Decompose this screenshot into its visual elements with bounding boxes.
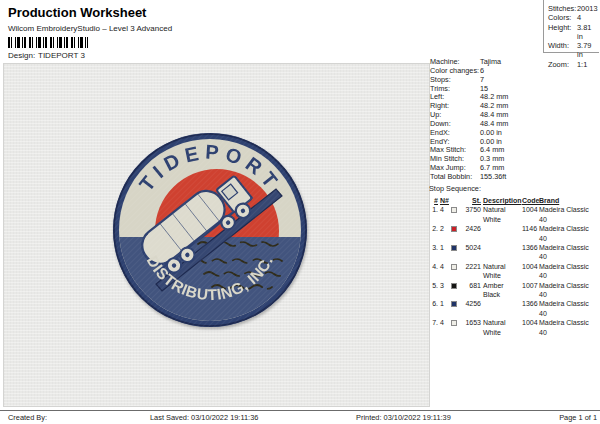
width-value: 3.79 in [577,41,599,60]
table-row: 5. 3 681 Amber Black 1007 Madeira Classi… [429,281,598,300]
stop-sequence-header: # N# St. Description Code Brand [429,196,598,205]
row-num: 6. [429,299,438,318]
row-brand: Madeira Classic 40 [539,281,598,300]
footer-divider [0,410,600,411]
height-value: 3.81 in [577,23,599,42]
stitch-texture [113,133,307,327]
row-num: 4. [429,262,438,281]
row-st: 2426 [463,224,481,243]
row-num: 2. [429,224,438,243]
machine-value: Tajima [480,58,598,67]
stitches-label: Stitches: [548,4,577,13]
row-brand: Madeira Classic 40 [539,299,598,318]
height-label: Height: [548,23,577,42]
row-brand: Madeira Classic 40 [539,318,598,337]
thread-color-swatch [451,207,457,213]
row-code: 1366 [522,299,537,318]
row-code: 1007 [522,281,537,300]
app-subtitle: Wilcom EmbroideryStudio – Level 3 Advanc… [8,24,428,33]
color-changes-value: 6 [480,67,598,76]
table-row: 6. 1 4256 1366 Madeira Classic 40 [429,299,598,318]
barcode-image [8,37,88,48]
row-num: 1. [429,205,438,224]
col-brand: Brand [539,196,598,205]
row-st: 5024 [463,243,481,262]
machine-details-panel: Machine:Tajima Color changes:6 Stops:7 T… [430,58,598,182]
row-needle: 3 [440,281,449,300]
row-description: Natural White [483,205,520,224]
thread-color-swatch [451,264,457,270]
stitch-summary-panel: Stitches:20013 Colors:4 Height:3.81 in W… [543,0,599,53]
design-canvas: TIDEPORT DISTRIBUTING, INC. [3,63,430,407]
row-num: 7. [429,318,438,337]
row-code: 1146 [522,224,537,243]
row-needle: 4 [440,205,449,224]
worksheet-header: Production Worksheet Wilcom EmbroiderySt… [8,5,428,72]
row-description: Natural White [483,262,520,281]
stitches-value: 20013 [577,4,599,13]
row-st: 2221 [463,262,481,281]
colors-value: 4 [577,13,599,22]
col-num: # [429,196,438,205]
row-description [483,243,520,262]
row-brand: Madeira Classic 40 [539,224,598,243]
stops-value: 7 [480,76,598,85]
table-row: 7. 4 1653 Natural White 1004 Madeira Cla… [429,318,598,337]
row-code: 1366 [522,243,537,262]
row-needle: 4 [440,318,449,337]
width-label: Width: [548,41,577,60]
row-code: 1004 [522,205,537,224]
row-needle: 1 [440,299,449,318]
thread-color-swatch [451,245,457,251]
table-row: 2. 2 2426 1146 Madeira Classic 40 [429,224,598,243]
stop-sequence-title: Stop Sequence: [429,184,598,193]
design-value: TIDEPORT 3 [38,51,428,60]
row-description: Amber Black [483,281,520,300]
col-n: N# [440,196,449,205]
row-code: 1004 [522,262,537,281]
row-brand: Madeira Classic 40 [539,262,598,281]
row-st: 3750 [463,205,481,224]
created-by-label: Created By: [8,413,47,422]
row-needle: 4 [440,262,449,281]
col-st: St. [463,196,481,205]
design-name-row: Design: TIDEPORT 3 [8,51,428,60]
row-brand: Madeira Classic 40 [539,205,598,224]
col-description: Description [483,196,520,205]
stop-sequence-section: Stop Sequence: # N# St. Description Code… [429,184,598,337]
thread-color-swatch [451,283,457,289]
colors-label: Colors: [548,13,577,22]
row-code: 1004 [522,318,537,337]
embroidery-design: TIDEPORT DISTRIBUTING, INC. [110,130,310,330]
table-row: 1. 4 3750 Natural White 1004 Madeira Cla… [429,205,598,224]
table-row: 3. 1 5024 1366 Madeira Classic 40 [429,243,598,262]
thread-color-swatch [451,226,457,232]
row-brand: Madeira Classic 40 [539,243,598,262]
row-st: 4256 [463,299,481,318]
row-needle: 1 [440,243,449,262]
row-num: 3. [429,243,438,262]
row-st: 681 [463,281,481,300]
printed-text: Printed: 03/10/2022 19:11:39 [356,413,451,422]
total-bobbin-label: Total Bobbin: [430,173,480,182]
row-st: 1653 [463,318,481,337]
row-description [483,299,520,318]
thread-color-swatch [451,301,457,307]
row-description: Natural White [483,318,520,337]
total-bobbin-value: 155.36ft [480,173,598,182]
row-description [483,224,520,243]
page-number: Page 1 of 1 [559,413,597,422]
col-swatch [451,196,461,205]
row-needle: 2 [440,224,449,243]
thread-color-swatch [451,320,457,326]
last-saved-text: Last Saved: 03/10/2022 19:11:36 [150,413,258,422]
table-row: 4. 4 2221 Natural White 1004 Madeira Cla… [429,262,598,281]
design-label: Design: [8,51,38,60]
row-num: 5. [429,281,438,300]
page-title: Production Worksheet [8,5,428,20]
col-code: Code [522,196,537,205]
